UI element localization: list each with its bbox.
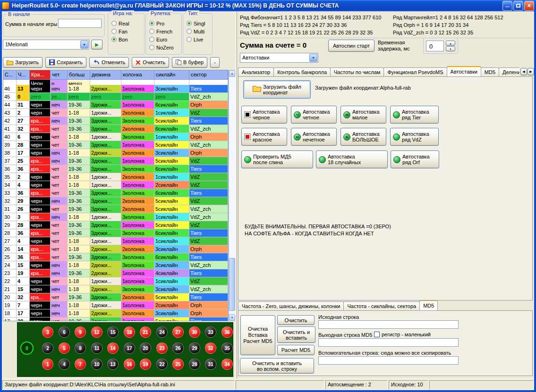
table-row[interactable]: 450zeroze...zerozerozerozeroVdZ_zch: [3, 93, 228, 101]
autobets-combobox[interactable]: Автоставки ▼: [240, 53, 318, 63]
board-number-8[interactable]: 8: [75, 342, 86, 354]
radio-option-real[interactable]: Real: [111, 19, 143, 27]
table-row[interactable]: 224чернчет1-181дюжи...1колонка1сиклайнVd…: [3, 277, 228, 285]
board-number-7[interactable]: 7: [75, 359, 86, 370]
radio-option-live[interactable]: Live: [187, 35, 211, 43]
board-number-35[interactable]: 35: [221, 342, 233, 354]
tab-md5[interactable]: MD5: [481, 67, 499, 76]
board-number-20[interactable]: 20: [140, 342, 151, 354]
board-number-24[interactable]: 24: [156, 326, 168, 338]
table-row[interactable]: 2319кра...неч19-362дюжи...1колонка4сикла…: [3, 269, 228, 277]
table-row[interactable]: 4132кра...чет19-363дюжи...2колонка6сикла…: [3, 125, 228, 133]
chevron-down-icon[interactable]: ▼: [309, 54, 317, 62]
radio-option-french[interactable]: French: [149, 27, 180, 35]
board-number-9[interactable]: 9: [75, 326, 86, 338]
tab-функционал-psevdoms[interactable]: Функционал PsevdoMS: [383, 67, 447, 76]
autobet-button[interactable]: Проверить МД5после спина: [241, 150, 313, 168]
table-row[interactable]: 2614кра...чет1-182дюжи...2колонка3сиклай…: [3, 245, 228, 253]
board-number-17[interactable]: 17: [124, 342, 135, 354]
source-string-input[interactable]: [318, 320, 459, 329]
spin-down-button[interactable]: ▼: [446, 46, 455, 51]
autobet-button[interactable]: Автоставка18 случайных: [316, 150, 388, 168]
md5-clear-and-paste-button[interactable]: Очистить и вставить: [277, 326, 315, 343]
tab-контроль-банкролла[interactable]: Контроль банкролла: [273, 67, 331, 76]
open-folder-button[interactable]: Загрузить: [3, 57, 43, 68]
undo-button[interactable]: Отменить: [89, 57, 129, 68]
board-number-2[interactable]: 2: [42, 342, 53, 354]
autobet-button[interactable]: БАвтоставкаБОЛЬШОЕ: [340, 128, 386, 146]
table-row[interactable]: 2928чернчет19-363дюжи...1колонка5сиклайн…: [3, 221, 228, 229]
table-row[interactable]: 2032кра...чет19-363дюжи...2колонка5сикла…: [3, 293, 228, 301]
board-number-10[interactable]: 10: [91, 359, 102, 370]
board-number-36[interactable]: 36: [221, 326, 233, 338]
board-number-30[interactable]: 30: [189, 326, 200, 338]
board-number-23[interactable]: 23: [156, 342, 168, 354]
minus-button[interactable]: -: [210, 57, 220, 68]
table-row[interactable]: 3229черннеч19-363дюжи...2колонка5сиклайн…: [3, 197, 228, 205]
tab-анализатор[interactable]: Анализатор: [238, 67, 274, 76]
preset-combobox[interactable]: 1Melonati ▼: [3, 40, 89, 50]
tab-автоставки[interactable]: Автоставки: [447, 66, 481, 76]
autospin-start-button[interactable]: Автоспин старт: [328, 40, 374, 52]
board-number-13[interactable]: 13: [107, 359, 119, 370]
autobet-button[interactable]: Автоставкаряд Tier: [390, 106, 439, 124]
board-number-12[interactable]: 12: [91, 326, 102, 338]
table-row[interactable]: 3725кра...неч19-363дюжи...1колонка5сикла…: [3, 157, 228, 165]
board-number-34[interactable]: 34: [221, 359, 233, 370]
board-number-15[interactable]: 15: [107, 326, 119, 338]
autobet-button[interactable]: МАвтоставкамалое: [340, 106, 386, 124]
helper-string-input[interactable]: [318, 356, 459, 365]
table-row[interactable]: 2836кра...чет19-363дюжи...3колонка6сикла…: [3, 229, 228, 237]
md5-clear-paste-calc-button[interactable]: Очистка Вставка Расчет MD5: [240, 315, 275, 355]
table-row[interactable]: 274чернчет1-181дюжи...1колонка1сиклайнVd…: [3, 237, 228, 245]
load-coords-file-button[interactable]: Загрузить файл координат: [243, 80, 311, 99]
tab-частота-zero-шансы-дюжины-колонки[interactable]: Частота - Zero, шансы, дюжины, колонки: [238, 301, 344, 310]
table-row[interactable]: 432чернчет1-181дюжи...2колонка1сиклайнVd…: [3, 109, 228, 117]
radio-option-pro[interactable]: Pro: [149, 19, 180, 27]
board-number-33[interactable]: 33: [205, 326, 216, 338]
board-number-25[interactable]: 25: [172, 359, 184, 370]
register-checkbox[interactable]: [374, 332, 380, 337]
radio-option-fan[interactable]: Fan: [111, 27, 143, 35]
table-row[interactable]: 4227кра...неч19-363дюжи...3колонка5сикла…: [3, 117, 228, 125]
tab-делени[interactable]: Делени: [499, 67, 519, 76]
board-zero[interactable]: 0: [20, 342, 34, 355]
table-row[interactable]: 1728чернчет19-363дюжи...1колонка5сиклайн…: [3, 317, 228, 321]
tab-scroll-right-button[interactable]: ▶: [527, 68, 534, 75]
board-number-32[interactable]: 32: [205, 342, 216, 354]
board-number-6[interactable]: 6: [59, 326, 70, 338]
md5-clear-paste-helper-button[interactable]: Очистить и вставить во вспом. строку: [240, 358, 314, 374]
table-row[interactable]: 1817черннеч1-182дюжи...2колонка3сиклайнO…: [3, 309, 228, 317]
board-number-31[interactable]: 31: [205, 359, 216, 370]
autobet-button[interactable]: ЧАвтоставкачетное: [291, 106, 337, 124]
scroll-down-icon[interactable]: ▼: [229, 314, 235, 321]
board-number-18[interactable]: 18: [124, 326, 135, 338]
table-row[interactable]: 3817черннеч1-182дюжи...2колонка3сиклайнO…: [3, 149, 228, 157]
scroll-up-icon[interactable]: ▲: [229, 70, 235, 77]
radio-option-singl[interactable]: Singl: [187, 19, 211, 27]
delay-value[interactable]: 0: [426, 41, 444, 51]
board-number-27[interactable]: 27: [172, 326, 184, 338]
autobet-button[interactable]: Автоставкаряд Orf: [391, 150, 439, 168]
board-number-4[interactable]: 4: [59, 359, 70, 370]
close-button[interactable]: ×: [524, 1, 534, 11]
table-row[interactable]: 2415черннеч1-182дюжи...3колонка3сиклайнV…: [3, 261, 228, 269]
md5-calc-button[interactable]: Расчет MD5: [277, 345, 315, 355]
output-string-input[interactable]: [318, 338, 459, 347]
copy-button[interactable]: В буфер: [172, 57, 207, 68]
autobet-button[interactable]: НАвтоставканечетное: [291, 128, 337, 146]
maximize-button[interactable]: [513, 1, 523, 11]
table-row[interactable]: 344чернчет1-181дюжи...1колонка2сиклайнVd…: [3, 181, 228, 189]
table-row[interactable]: 4431черннеч19-363дюжи...1колонка6сиклайн…: [3, 101, 228, 109]
table-scrollbar[interactable]: ▲ ▼: [229, 70, 236, 321]
board-number-28[interactable]: 28: [189, 359, 200, 370]
table-row[interactable]: 3336кра...чет19-363дюжи...3колонка6сикла…: [3, 189, 228, 197]
board-number-16[interactable]: 16: [124, 359, 135, 370]
radio-option-bon[interactable]: Bon: [111, 35, 143, 43]
autobet-button[interactable]: Автоставкачерное: [241, 106, 287, 124]
table-row[interactable]: 406чернчет1-181дюжи...3колонка1сиклайнOr…: [3, 133, 228, 141]
scrollbar-thumb[interactable]: [229, 258, 235, 311]
start-game-button[interactable]: ▶: [91, 40, 102, 50]
table-row[interactable]: 3126чернчет19-363дюжи...2колонка5сиклайн…: [3, 205, 228, 213]
spin-up-button[interactable]: ▲: [446, 41, 455, 46]
